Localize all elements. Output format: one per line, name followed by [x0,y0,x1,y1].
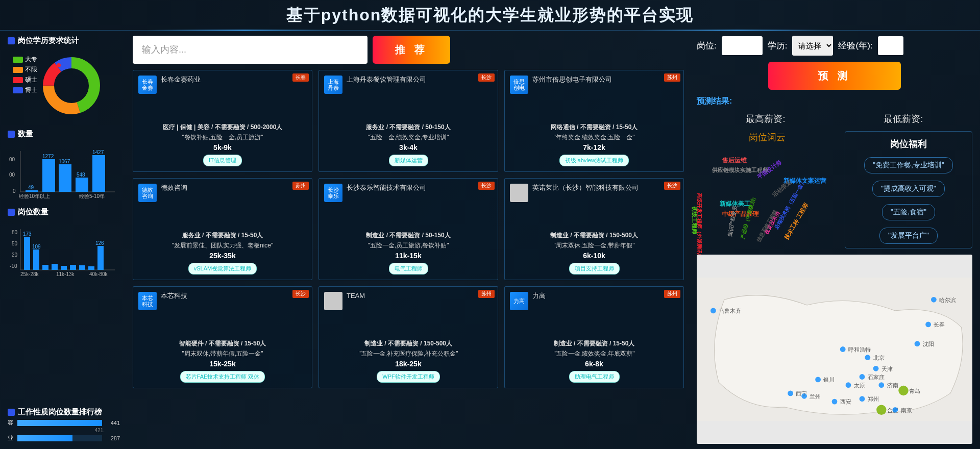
job-card[interactable]: 苏州 TEAM 制造业 / 不需要融资 / 150-500人 "五险一金,补充医… [318,286,498,388]
card-city-badge: 长沙 [478,182,495,190]
svg-rect-37 [88,266,94,270]
card-company-name: 上海丹泰餐饮管理有限公司 [347,76,426,84]
card-job-tag[interactable]: 新媒体运营 [389,155,428,166]
map-city-dot[interactable] [865,355,870,360]
card-salary: 6k-10k [583,252,605,260]
map-city-label: 长春 [934,321,945,328]
predict-form: 岗位: 学历: 请选择 经验(年): [697,36,972,56]
svg-text:548: 548 [77,172,85,178]
card-company-name: 德效咨询 [161,184,187,192]
edu-select[interactable]: 请选择 [792,36,833,56]
map-city-label: 天津 [881,366,893,372]
china-map[interactable]: 哈尔滨长春乌鲁木齐沈阳北京天津呼和浩特石家庄太原济南青岛郑州西安兰州西宁银川合肥… [697,255,972,444]
map-city-label: 郑州 [868,396,879,402]
map-city-dot[interactable] [815,377,821,383]
map-city-dot[interactable] [788,391,793,396]
card-salary: 3k-4k [399,143,418,152]
card-job-tag[interactable]: IT信息管理 [203,155,242,166]
card-job-tag[interactable]: 芯片FAE技术支持工程师 双休 [180,371,265,383]
company-logo: 上海丹泰 [324,76,342,94]
quantity-bar-chart: 00000 49 1272 1067 548 1427 经验10年以上 经验5-… [8,146,120,202]
rank-title: 工作性质岗位数量排行榜 [8,407,120,417]
job-card[interactable]: 苏州 德效咨询 德效咨询 服务业 / 不需要融资 / 15-50人 "发展前景佳… [133,178,312,280]
svg-text:109: 109 [32,244,41,250]
map-city-dot[interactable] [892,407,898,413]
card-welfare: "餐饮补贴,五险一金,员工旅游" [182,133,263,142]
job-card[interactable]: 苏州 倍思创电 苏州市倍思创电子有限公司 网络通信 / 不需要融资 / 15-5… [504,70,684,172]
map-city-dot[interactable] [846,382,851,388]
svg-rect-32 [42,265,48,270]
card-salary: 5k-9k [213,143,232,152]
search-input[interactable] [133,36,368,64]
rank-sublabel: 421. [8,428,105,433]
svg-text:0: 0 [13,188,16,194]
rank-row: 业 287 [8,434,120,442]
card-welfare: "五险一金,绩效奖金,专业培训" [368,133,449,142]
map-city-dot[interactable] [878,382,884,388]
svg-text:经验10年以上: 经验10年以上 [19,193,50,199]
map-city-dot[interactable] [860,396,865,402]
map-city-dot[interactable] [873,366,879,371]
map-city-dot[interactable] [931,297,937,303]
edu-label: 学历: [768,40,788,52]
svg-text:49: 49 [28,185,34,190]
svg-rect-10 [26,190,38,192]
map-city-dot[interactable] [925,322,931,328]
svg-rect-28 [24,237,30,270]
predict-button[interactable]: 预 测 [768,62,901,90]
welfare-item: "免费工作餐,专业培训" [864,157,953,173]
svg-rect-16 [76,178,88,192]
welfare-title: 岗位福利 [890,138,927,150]
job-card[interactable]: 长沙 英诺莱比（长沙）智能科技有限公司 制造业 / 不需要融资 / 150-50… [504,178,684,280]
svg-text:经验5-10年: 经验5-10年 [79,193,105,199]
map-city-dot[interactable] [832,399,838,405]
card-job-tag[interactable]: vSLAM视觉算法工程师 [188,263,257,275]
card-meta: 制造业 / 不需要融资 / 15-50人 [554,339,635,348]
card-city-badge: 苏州 [292,182,309,190]
map-city-label: 青岛 [909,388,920,394]
rank-row: 容 441 [8,419,120,427]
card-meta: 服务业 / 不需要融资 / 15-50人 [182,231,263,240]
job-card[interactable]: 苏州 力高 力高 制造业 / 不需要融资 / 15-50人 "五险一金,绩效奖金… [504,286,684,388]
card-meta: 制造业 / 不需要融资 / 150-500人 [550,231,638,240]
card-meta: 制造业 / 不需要融资 / 50-150人 [366,231,450,240]
svg-rect-36 [79,265,85,270]
exp-input[interactable] [878,36,903,55]
map-city-label: 西宁 [796,390,807,396]
education-donut-chart: 大专不限硕士博士 [18,53,110,124]
card-job-tag[interactable]: 项目支持工程师 [569,263,620,275]
job-card[interactable]: 长沙 本芯科技 本芯科技 智能硬件 / 不需要融资 / 15-50人 "周末双休… [133,286,312,388]
map-city-dot[interactable] [840,346,846,352]
job-label: 岗位: [697,40,717,52]
svg-rect-34 [61,266,67,270]
map-city-dot[interactable] [876,405,886,415]
job-card[interactable]: 长春 长春金赛 长春金赛药业 医疗 | 保健 | 美容 / 不需要融资 / 50… [133,70,312,172]
svg-text:00: 00 [9,157,15,162]
map-city-dot[interactable] [710,308,716,314]
wordcloud-word: 初级工程师 [691,206,698,234]
center-panel: 推 荐 长春 长春金赛 长春金赛药业 医疗 | 保健 | 美容 / 不需要融资 … [128,36,689,444]
card-welfare: "年终奖金,绩效奖金,五险一金" [553,133,634,142]
job-card[interactable]: 长沙 上海丹泰 上海丹泰餐饮管理有限公司 服务业 / 不需要融资 / 50-15… [318,70,498,172]
svg-rect-14 [59,164,71,192]
map-city-label: 西安 [840,398,851,405]
card-job-tag[interactable]: 助理电气工程师 [569,371,620,383]
map-city-label: 太原 [854,382,865,388]
card-company-name: 英诺莱比（长沙）智能科技有限公司 [532,184,639,192]
map-city-dot[interactable] [915,341,920,346]
job-input[interactable] [722,36,763,55]
svg-text:80: 80 [12,230,18,235]
card-job-tag[interactable]: 电气工程师 [389,263,428,275]
recommend-button[interactable]: 推 荐 [373,36,450,64]
card-job-tag[interactable]: 初级labview测试工程师 [559,155,629,166]
job-count-bar-chart: 805020-10 173 109 126 25k-28k 11k-13k 40… [8,224,120,280]
map-city-dot[interactable] [860,374,865,380]
welfare-item: "提成高收入可观" [872,181,945,197]
card-meta: 制造业 / 不需要融资 / 150-500人 [364,339,452,348]
svg-rect-30 [33,250,39,270]
map-city-dot[interactable] [898,386,908,395]
card-job-tag[interactable]: WPF软件开发工程师 [377,371,439,383]
job-card[interactable]: 长沙 长沙泰乐 长沙泰乐智能技术有限公司 制造业 / 不需要融资 / 50-15… [318,178,498,280]
svg-text:11k-13k: 11k-13k [56,271,75,277]
map-city-label: 北京 [873,355,885,361]
